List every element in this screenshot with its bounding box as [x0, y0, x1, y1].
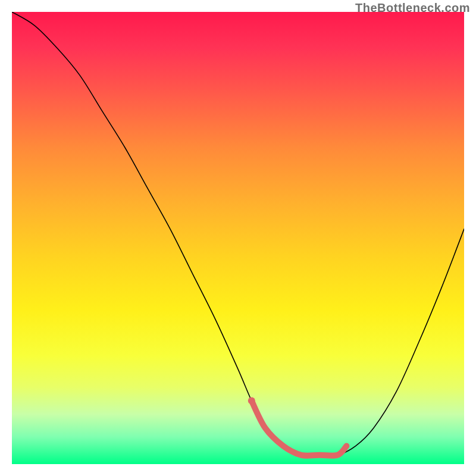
svg-point-0 — [248, 397, 255, 405]
plot-area — [12, 12, 464, 464]
watermark-text: TheBottleneck.com — [355, 1, 470, 15]
optimal-range-highlight — [12, 12, 464, 464]
